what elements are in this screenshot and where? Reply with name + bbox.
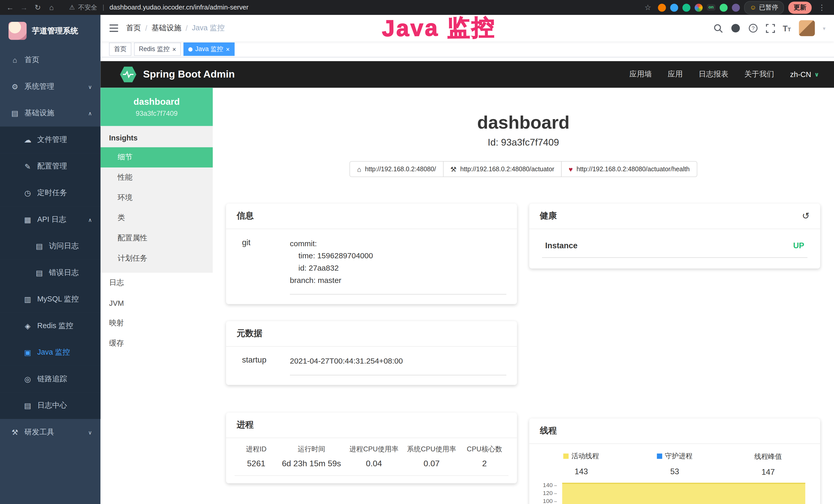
file-cloud-icon: ☁ bbox=[23, 136, 32, 144]
sidebar-item-mysql-monitor[interactable]: ▥ MySQL 监控 bbox=[0, 286, 101, 313]
address-bar[interactable]: ⚠ 不安全 | dashboard.yudao.iocoder.cn/infra… bbox=[69, 3, 640, 12]
sba-nav-applications[interactable]: 应用 bbox=[668, 70, 683, 79]
process-value: 6d 23h 15m 59s bbox=[278, 459, 345, 468]
error-log-icon: ▤ bbox=[35, 269, 44, 277]
sidebar-item-scheduled-tasks[interactable]: ◷ 定时任务 bbox=[0, 180, 101, 206]
help-icon[interactable]: ? bbox=[748, 23, 758, 33]
link-label: http://192.168.0.2:48080/ bbox=[365, 165, 436, 173]
sba-sidebar: dashboard 93a3fc7f7409 Insights 细节 性能 环境… bbox=[101, 88, 213, 504]
profile-paused-button[interactable]: ☺ 已暂停 bbox=[744, 1, 784, 14]
mysql-icon: ▥ bbox=[23, 295, 32, 303]
user-avatar[interactable] bbox=[799, 20, 815, 36]
git-branch-line: branch: master bbox=[290, 274, 506, 287]
tag-tabs-bar: 首页 Redis 监控 × Java 监控 × bbox=[101, 42, 834, 58]
sba-nav-journal[interactable]: 日志报表 bbox=[699, 70, 728, 79]
update-browser-button[interactable]: 更新 bbox=[788, 1, 812, 14]
chevron-down-icon: ∨ bbox=[814, 71, 819, 78]
sidebar-menu: ⌂ 首页 ⚙ 系统管理 ∨ ▤ 基础设施 ∧ ☁ 文件管理 bbox=[0, 47, 101, 445]
health-url-button[interactable]: ♥ http://192.168.0.2:48080/actuator/heal… bbox=[561, 161, 697, 177]
sba-item-details[interactable]: 细节 bbox=[101, 147, 213, 168]
info-key: git bbox=[237, 238, 290, 295]
sba-instance-block[interactable]: dashboard 93a3fc7f7409 bbox=[101, 88, 213, 126]
sidebar-item-error-logs[interactable]: ▤ 错误日志 bbox=[0, 259, 101, 286]
history-icon[interactable]: ↺ bbox=[802, 210, 810, 222]
sidebar-item-infrastructure[interactable]: ▤ 基础设施 ∧ bbox=[0, 100, 101, 127]
gear-icon: ⚙ bbox=[10, 83, 19, 91]
sba-item-classes[interactable]: 类 bbox=[101, 208, 213, 228]
back-icon[interactable]: ← bbox=[4, 3, 16, 12]
extension-icon[interactable] bbox=[658, 3, 666, 11]
bookmark-star-icon[interactable]: ☆ bbox=[642, 3, 654, 12]
sidebar-item-label: Redis 监控 bbox=[37, 321, 73, 331]
sidebar-item-label: Java 监控 bbox=[37, 348, 70, 357]
tab-label: 首页 bbox=[114, 45, 127, 54]
app-sidebar: 芋道管理系统 ⌂ 首页 ⚙ 系统管理 ∨ ▤ 基础设施 ∧ ☁ bbox=[0, 15, 101, 504]
sidebar-item-file-mgmt[interactable]: ☁ 文件管理 bbox=[0, 127, 101, 153]
extension-icon[interactable] bbox=[670, 3, 678, 11]
sidebar-item-home[interactable]: ⌂ 首页 bbox=[0, 47, 101, 73]
sba-item-config-props[interactable]: 配置属性 bbox=[101, 228, 213, 248]
tab-redis-monitor[interactable]: Redis 监控 × bbox=[134, 43, 181, 56]
sidebar-item-system-mgmt[interactable]: ⚙ 系统管理 ∨ bbox=[0, 73, 101, 100]
sba-insights-group: Insights 细节 性能 环境 类 配置属性 计划任务 bbox=[101, 126, 213, 273]
hamburger-icon[interactable] bbox=[109, 24, 119, 32]
sba-item-caches[interactable]: 缓存 bbox=[101, 333, 213, 353]
extension-icon[interactable] bbox=[682, 3, 690, 11]
sidebar-item-label: 基础设施 bbox=[24, 108, 54, 118]
forward-icon[interactable]: → bbox=[18, 3, 30, 12]
sidebar-item-access-logs[interactable]: ▤ 访问日志 bbox=[0, 233, 101, 259]
security-label[interactable]: 不安全 bbox=[78, 3, 97, 12]
avatar-caret-icon[interactable]: ▾ bbox=[823, 25, 825, 31]
search-icon[interactable] bbox=[714, 24, 723, 32]
font-size-icon[interactable]: TT bbox=[783, 24, 791, 32]
browser-home-icon[interactable]: ⌂ bbox=[46, 3, 58, 12]
browser-actions: ☆ on ☺ 已暂停 更新 ⋮ bbox=[642, 1, 830, 14]
actuator-url-button[interactable]: ⚒ http://192.168.0.2:48080/actuator bbox=[443, 161, 562, 177]
sidebar-item-label: 定时任务 bbox=[37, 188, 67, 198]
sba-item-jvm[interactable]: JVM bbox=[101, 293, 213, 313]
card-title: 进程 bbox=[226, 413, 517, 438]
extension-icon[interactable] bbox=[732, 3, 740, 11]
breadcrumb-home[interactable]: 首页 bbox=[126, 23, 141, 33]
extension-icon[interactable] bbox=[720, 3, 727, 11]
status-badge: UP bbox=[793, 241, 804, 250]
github-icon[interactable] bbox=[731, 23, 740, 33]
service-url-button[interactable]: ⌂ http://192.168.0.2:48080/ bbox=[350, 161, 443, 177]
redis-icon: ◈ bbox=[23, 322, 32, 330]
extension-on-badge[interactable]: on bbox=[707, 4, 715, 11]
browser-menu-dots-icon[interactable]: ⋮ bbox=[816, 3, 828, 12]
process-value: 5261 bbox=[235, 459, 278, 468]
sidebar-item-api-logs[interactable]: ▦ API 日志 ∧ bbox=[0, 206, 101, 233]
legend-label: 守护进程 bbox=[665, 451, 693, 461]
sidebar-item-redis-monitor[interactable]: ◈ Redis 监控 bbox=[0, 313, 101, 339]
sidebar-item-log-center[interactable]: ▤ 日志中心 bbox=[0, 392, 101, 419]
git-id-line: id: 27aa832 bbox=[299, 262, 506, 274]
sidebar-item-java-monitor[interactable]: ▣ Java 监控 bbox=[0, 339, 101, 366]
close-icon[interactable]: × bbox=[172, 46, 176, 52]
reload-icon[interactable]: ↻ bbox=[32, 3, 44, 12]
close-icon[interactable]: × bbox=[226, 46, 230, 52]
sba-item-environment[interactable]: 环境 bbox=[101, 188, 213, 208]
sba-item-scheduled-tasks[interactable]: 计划任务 bbox=[101, 248, 213, 269]
sba-locale-select[interactable]: zh-CN ∨ bbox=[790, 70, 819, 78]
breadcrumb-separator: / bbox=[145, 24, 147, 32]
extension-icon[interactable] bbox=[695, 3, 702, 11]
url-text[interactable]: dashboard.yudao.iocoder.cn/infra/admin-s… bbox=[109, 4, 248, 11]
sidebar-item-dev-tools[interactable]: ⚒ 研发工具 ∨ bbox=[0, 419, 101, 446]
sba-item-mappings[interactable]: 映射 bbox=[101, 313, 213, 334]
sba-item-logs[interactable]: 日志 bbox=[101, 273, 213, 293]
log-center-icon: ▤ bbox=[23, 401, 32, 410]
health-row: Instance UP bbox=[542, 237, 807, 258]
fullscreen-icon[interactable] bbox=[766, 24, 775, 32]
sidebar-item-link-trace[interactable]: ◎ 链路追踪 bbox=[0, 366, 101, 393]
tab-home[interactable]: 首页 bbox=[109, 43, 132, 56]
api-log-icon: ▦ bbox=[23, 215, 32, 224]
tab-java-monitor[interactable]: Java 监控 × bbox=[183, 43, 234, 56]
sba-item-metrics[interactable]: 性能 bbox=[101, 167, 213, 188]
sidebar-item-config-mgmt[interactable]: ✎ 配置管理 bbox=[0, 153, 101, 180]
process-value: 0.07 bbox=[403, 459, 461, 468]
sba-nav-wallboard[interactable]: 应用墙 bbox=[630, 70, 652, 79]
sba-nav-about[interactable]: 关于我们 bbox=[744, 70, 774, 79]
active-threads-area bbox=[562, 483, 805, 504]
breadcrumb-infrastructure[interactable]: 基础设施 bbox=[152, 23, 181, 33]
